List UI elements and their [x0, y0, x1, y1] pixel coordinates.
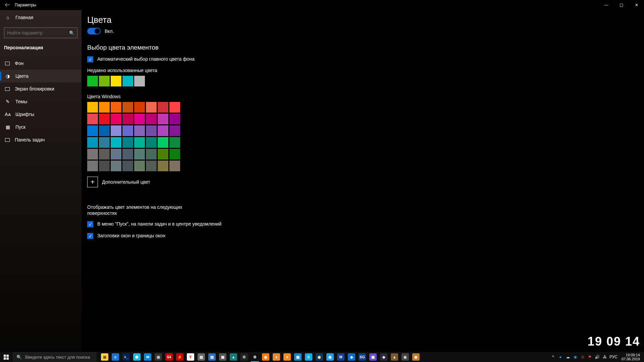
- color-swatch[interactable]: [146, 149, 157, 160]
- color-swatch[interactable]: [99, 125, 110, 136]
- tray-chevron[interactable]: ^: [550, 354, 556, 360]
- taskbar-app-app-blue-1[interactable]: ▤: [207, 352, 217, 362]
- taskbar-app-app-ok[interactable]: ●: [282, 352, 292, 362]
- taskbar-app-yandex[interactable]: Y: [185, 352, 196, 362]
- color-swatch[interactable]: [111, 161, 121, 171]
- sidebar-item-Панель задач[interactable]: Панель задач: [0, 133, 82, 146]
- color-swatch[interactable]: [111, 114, 121, 124]
- taskbar-app-app-brown[interactable]: ▲: [389, 352, 400, 362]
- color-swatch[interactable]: [111, 137, 121, 148]
- color-swatch[interactable]: [111, 149, 121, 160]
- taskbar-app-teamviewer[interactable]: ◆: [346, 352, 357, 362]
- taskbar-app-skype[interactable]: S: [303, 352, 314, 362]
- tray-clock[interactable]: 19:09:14 07.06.2019: [620, 353, 642, 361]
- color-swatch[interactable]: [158, 137, 168, 148]
- auto-pick-checkbox[interactable]: ✓: [87, 56, 93, 62]
- taskbar-app-firefox[interactable]: ◉: [260, 352, 271, 362]
- color-swatch[interactable]: [146, 102, 157, 113]
- taskbar-app-app-orange[interactable]: ●: [271, 352, 282, 362]
- surface-start-checkbox[interactable]: ✓: [87, 221, 93, 227]
- search-input[interactable]: [7, 30, 69, 36]
- taskbar-app-edge[interactable]: e: [110, 352, 121, 362]
- color-swatch[interactable]: [158, 114, 168, 124]
- taskbar-app-app-purple[interactable]: ▣: [368, 352, 378, 362]
- sidebar-search[interactable]: 🔍: [4, 27, 77, 38]
- taskbar-app-app-red-64[interactable]: 64: [164, 352, 174, 362]
- sidebar-item-Экран блокировки[interactable]: Экран блокировки: [0, 82, 82, 95]
- surface-start-row[interactable]: ✓ В меню "Пуск", на панели задач и в цен…: [87, 221, 228, 227]
- tray-skype[interactable]: ●: [558, 354, 563, 360]
- sidebar-item-Шрифты[interactable]: AᴀШрифты: [0, 108, 82, 121]
- color-swatch[interactable]: [158, 125, 168, 136]
- color-swatch[interactable]: [122, 76, 133, 86]
- color-swatch[interactable]: [169, 102, 180, 113]
- color-swatch[interactable]: [158, 161, 168, 171]
- taskbar-app-app-dark-1[interactable]: ▣: [153, 352, 164, 362]
- color-swatch[interactable]: [99, 114, 110, 124]
- taskbar-app-powershell[interactable]: >_: [121, 352, 131, 362]
- color-swatch[interactable]: [122, 137, 133, 148]
- color-swatch[interactable]: [134, 102, 145, 113]
- sidebar-item-Темы[interactable]: ✎Темы: [0, 95, 82, 108]
- tray-flag[interactable]: ⚑: [587, 354, 593, 360]
- taskbar-app-app-blue-2[interactable]: ▣: [292, 352, 303, 362]
- color-swatch[interactable]: [169, 137, 180, 148]
- tray-network[interactable]: 🖧: [602, 354, 607, 360]
- color-swatch[interactable]: [111, 76, 121, 86]
- color-swatch[interactable]: [99, 149, 110, 160]
- color-swatch[interactable]: [169, 125, 180, 136]
- color-swatch[interactable]: [111, 102, 121, 113]
- color-swatch[interactable]: [87, 149, 98, 160]
- taskbar-app-app-grey-2[interactable]: ▣: [217, 352, 228, 362]
- auto-pick-row[interactable]: ✓ Автоматический выбор главного цвета фо…: [87, 56, 228, 62]
- color-swatch[interactable]: [134, 76, 145, 86]
- color-swatch[interactable]: [158, 149, 168, 160]
- start-button[interactable]: [0, 352, 12, 362]
- color-swatch[interactable]: [99, 137, 110, 148]
- taskbar-app-app-photos[interactable]: ▲: [228, 352, 239, 362]
- taskbar-app-malwarebytes[interactable]: M: [335, 352, 346, 362]
- taskbar-app-app-bolt[interactable]: ⚡: [174, 352, 185, 362]
- color-swatch[interactable]: [158, 102, 168, 113]
- color-swatch[interactable]: [169, 161, 180, 171]
- master-toggle[interactable]: [87, 28, 101, 35]
- color-swatch[interactable]: [146, 125, 157, 136]
- taskbar-app-app-grey-1[interactable]: ▥: [196, 352, 207, 362]
- tray-net[interactable]: ◉: [573, 354, 578, 360]
- surface-title-checkbox[interactable]: ✓: [87, 233, 93, 239]
- color-swatch[interactable]: [87, 137, 98, 148]
- color-swatch[interactable]: [99, 102, 110, 113]
- taskbar-app-file-explorer[interactable]: ▣: [99, 352, 110, 362]
- tray-x[interactable]: ⊘: [580, 354, 585, 360]
- color-swatch[interactable]: [87, 114, 98, 124]
- taskbar-app-app-orb[interactable]: ◉: [411, 352, 421, 362]
- color-swatch[interactable]: [122, 102, 133, 113]
- color-swatch[interactable]: [146, 137, 157, 148]
- color-swatch[interactable]: [169, 149, 180, 160]
- close-button[interactable]: ✕: [629, 0, 644, 10]
- sidebar-item-Пуск[interactable]: ▦Пуск: [0, 121, 82, 133]
- color-swatch[interactable]: [169, 114, 180, 124]
- color-swatch[interactable]: [134, 125, 145, 136]
- color-swatch[interactable]: [146, 114, 157, 124]
- color-swatch[interactable]: [87, 76, 98, 86]
- sidebar-item-Фон[interactable]: Фон: [0, 57, 82, 70]
- minimize-button[interactable]: —: [599, 0, 614, 10]
- back-button[interactable]: 🡠: [0, 0, 15, 10]
- tray-volume[interactable]: 🔊: [595, 354, 600, 360]
- color-swatch[interactable]: [111, 125, 121, 136]
- color-swatch[interactable]: [134, 149, 145, 160]
- color-swatch[interactable]: [122, 161, 133, 171]
- color-swatch[interactable]: [87, 102, 98, 113]
- taskbar-app-app-sg[interactable]: SG: [357, 352, 368, 362]
- color-swatch[interactable]: [87, 125, 98, 136]
- color-swatch[interactable]: [99, 76, 110, 86]
- color-swatch[interactable]: [122, 125, 133, 136]
- taskbar-app-app-globe[interactable]: ◉: [325, 352, 335, 362]
- custom-color-row[interactable]: + Дополнительный цвет: [87, 177, 644, 187]
- color-swatch[interactable]: [122, 149, 133, 160]
- color-swatch[interactable]: [87, 161, 98, 171]
- tray-language[interactable]: РУС: [609, 355, 618, 359]
- taskbar-app-settings[interactable]: ⚙: [250, 352, 260, 362]
- taskbar-app-app-dark-2[interactable]: ◆: [378, 352, 389, 362]
